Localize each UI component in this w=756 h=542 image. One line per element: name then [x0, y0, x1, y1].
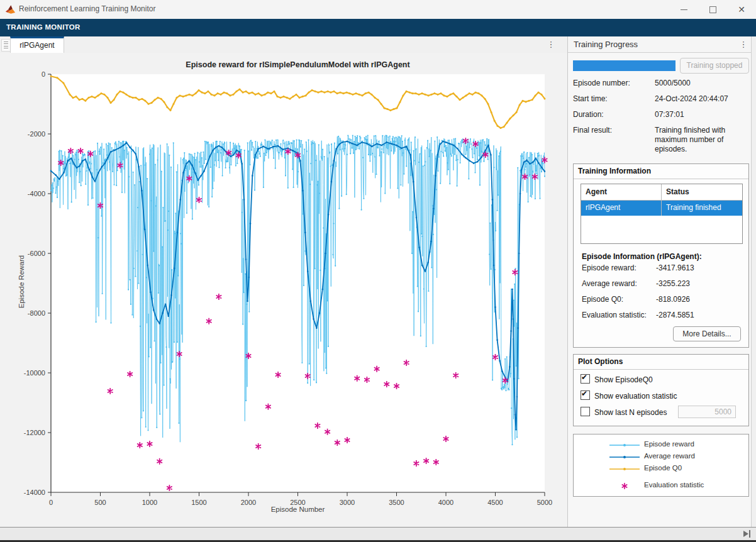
episode-reward-line [51, 135, 545, 445]
chart-legend: Episode rewardAverage rewardEpisode Q0Ev… [573, 434, 749, 497]
y-tick-label: -12000 [24, 429, 45, 436]
y-tick-label: -14000 [24, 489, 45, 496]
training-progress-bar [573, 60, 675, 71]
training-chart[interactable]: 0-2000-4000-6000-8000-10000-12000-140000… [0, 53, 567, 527]
field-label: Average reward: [582, 279, 637, 288]
column-header-status: Status [662, 184, 742, 200]
asterisk-marker-icon [608, 482, 641, 490]
field-value: Training finished with maximum number of… [655, 126, 748, 154]
title-bar: Reinforcement Learning Training Monitor … [0, 0, 756, 19]
training-progress-panel-header: Training Progress ⋮ [567, 36, 751, 53]
panel-overflow-menu-icon[interactable]: ⋮ [738, 38, 748, 52]
legend-entry-episode-q0: Episode Q0 [574, 463, 748, 475]
checkbox-label: Show last N episodes [594, 408, 667, 417]
field-value: -3255.223 [656, 279, 749, 289]
checkbox-show-evaluation-statistic[interactable]: Show evaluation statistic [581, 390, 677, 401]
window-title: Reinforcement Learning Training Monitor [19, 4, 155, 13]
legend-entry-average-reward: Average reward [574, 451, 748, 463]
last-n-episodes-input[interactable] [678, 406, 736, 418]
plot-options-section: Plot Options Show EpisodeQ0Show evaluati… [573, 354, 749, 426]
bottom-status-strip [0, 527, 756, 540]
y-tick-label: -6000 [28, 250, 45, 257]
y-tick-label: -8000 [28, 309, 45, 317]
checkbox-checked-icon[interactable] [581, 374, 590, 384]
y-axis-label: Episode Reward [18, 238, 25, 326]
checkbox-label: Show EpisodeQ0 [594, 375, 653, 384]
field-label: Evaluation statistic: [582, 311, 647, 319]
field-value: 5000/5000 [655, 79, 748, 88]
y-tick-label: -4000 [28, 190, 45, 197]
document-bar-grip-icon[interactable] [1, 39, 11, 52]
training-stopped-button[interactable]: Training stopped [680, 58, 749, 74]
episode-information-header: Episode Information (rlPGAgent): [582, 252, 702, 261]
training-information-section: Training Information Agent Status rlPGAg… [573, 163, 749, 348]
figure-document-area: Episode reward for rlSimplePendulumModel… [0, 53, 567, 527]
checkbox-unchecked-icon[interactable] [581, 407, 590, 416]
toolstrip-banner: TRAINING MONITOR [0, 19, 756, 36]
toolstrip-tab-training-monitor[interactable]: TRAINING MONITOR [6, 23, 81, 31]
field-label: Start time: [573, 94, 608, 103]
training-progress-panel: Training stopped Episode number:5000/500… [567, 53, 751, 527]
table-row[interactable]: rlPGAgent Training finished [581, 201, 742, 216]
field-label: Final result: [573, 126, 612, 135]
checkbox-checked-icon[interactable] [581, 390, 590, 400]
field-value: 24-Oct-2024 20:44:07 [655, 94, 748, 104]
episode-q0-line [51, 76, 545, 128]
plot-options-header: Plot Options [574, 355, 748, 370]
episode-q0-markers [51, 76, 545, 128]
matlab-logo-icon [5, 4, 16, 14]
legend-label: Episode reward [644, 440, 694, 448]
line-dot-swatch-icon [608, 441, 641, 449]
training-information-header: Training Information [574, 164, 748, 179]
maximize-button[interactable] [698, 0, 727, 19]
checkbox-label: Show evaluation statistic [594, 392, 677, 401]
document-tab-strip: rlPGAgent ⋮ [0, 36, 567, 53]
line-dot-swatch-icon [608, 465, 641, 473]
column-header-agent: Agent [581, 184, 662, 200]
panel-title: Training Progress [574, 40, 638, 49]
legend-label: Evaluation statistic [644, 481, 704, 489]
table-header-row: Agent Status [581, 184, 742, 201]
field-label: Episode number: [573, 79, 630, 87]
collapsed-panel-edge[interactable] [751, 36, 756, 527]
minimize-button[interactable] [669, 0, 698, 19]
y-tick-label: -10000 [24, 369, 45, 377]
field-value: 07:37:01 [655, 110, 748, 119]
field-label: Episode Q0: [582, 295, 623, 304]
legend-label: Average reward [644, 452, 695, 460]
checkbox-show-last-n-episodes[interactable]: Show last N episodes [581, 407, 667, 417]
agent-cell[interactable]: rlPGAgent [581, 201, 662, 216]
tab-rlpgagent[interactable]: rlPGAgent [10, 36, 64, 54]
y-tick-label: 0 [42, 70, 45, 78]
status-cell[interactable]: Training finished [662, 201, 742, 216]
agent-status-table[interactable]: Agent Status rlPGAgent Training finished [581, 184, 743, 244]
line-dot-swatch-icon [608, 453, 641, 461]
legend-label: Episode Q0 [644, 464, 682, 472]
checkbox-show-episodeq0[interactable]: Show EpisodeQ0 [581, 374, 653, 384]
axes-spines [51, 74, 545, 492]
legend-entry-evaluation-statistic: Evaluation statistic [574, 480, 748, 492]
field-value: -2874.5851 [656, 311, 749, 320]
field-label: Episode reward: [582, 263, 636, 272]
field-value: -818.0926 [656, 295, 749, 304]
legend-entry-episode-reward: Episode reward [574, 440, 748, 451]
field-value: -3417.9613 [656, 263, 749, 273]
field-label: Duration: [573, 110, 604, 119]
close-button[interactable]: ✕ [727, 0, 756, 19]
y-tick-label: -2000 [28, 130, 45, 138]
document-overflow-menu-icon[interactable]: ⋮ [546, 38, 556, 52]
more-details-button[interactable]: More Details... [673, 326, 741, 341]
expand-right-icon[interactable] [743, 530, 752, 538]
x-axis-label: Episode Number [51, 506, 545, 513]
